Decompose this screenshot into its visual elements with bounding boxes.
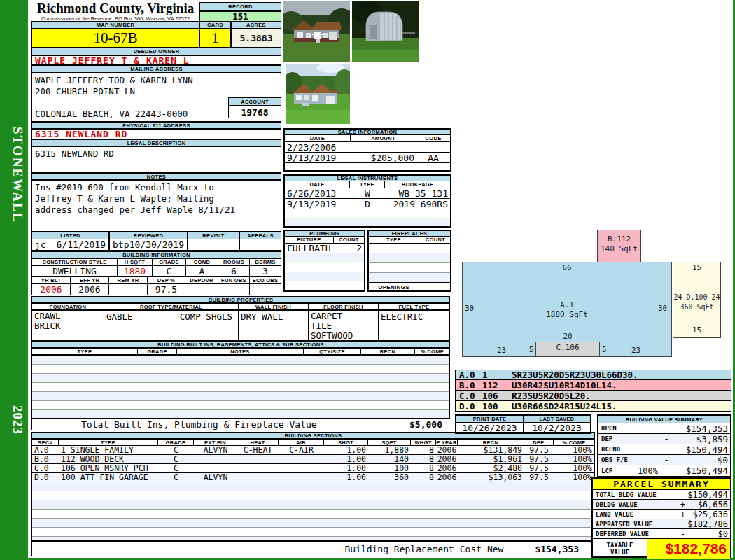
built-ins-col-qty: QTY/SIZE	[304, 349, 361, 355]
sketch-dim-right: 30	[658, 304, 667, 313]
bs-col-air: AIR	[279, 440, 324, 446]
property-photo-house-front[interactable]	[283, 1, 350, 62]
floor-finish-label: FLOOR FINISH	[309, 304, 379, 310]
remyr-value	[109, 284, 148, 295]
map-number: 10-67B	[31, 29, 200, 48]
effyr-label: EFF YR	[71, 277, 109, 284]
revisit-value	[188, 239, 239, 251]
bs-col-grade: GRADE	[158, 440, 194, 446]
legal-instruments-title: LEGAL INSTRUMENTS	[284, 174, 451, 181]
table-row: 9/13/2019 D 2019 690RS	[284, 199, 451, 209]
ecoobs-value	[250, 284, 281, 295]
sketch-b-label: B.112	[597, 234, 641, 244]
record-number: 151	[200, 11, 281, 22]
reviewed-by: btp	[113, 239, 129, 250]
built-ins-empty-rows	[31, 355, 450, 419]
sketch-dim-b5: 23	[631, 346, 640, 355]
taxable-value-amount: $182,786	[648, 539, 730, 559]
built-ins-col-rpcn: RPCN	[361, 349, 415, 355]
card-number: 1	[200, 29, 231, 48]
physical-address-value: 6315 NEWLAND RD	[31, 129, 281, 139]
fireplaces-col-count: COUNT	[419, 237, 451, 244]
acres-label: ACRES	[231, 21, 281, 29]
account-label: ACCOUNT	[228, 97, 281, 106]
bs-col-eyear: E YEAR	[436, 440, 458, 446]
quonset-shed-photo-image	[352, 1, 419, 62]
instr-col-date: DATE	[285, 181, 350, 188]
built-ins-col-type: TYPE	[32, 349, 138, 355]
table-row: D.0100 ATT FIN GARAGECALVYN1.0036082006$…	[31, 473, 595, 482]
roof-value: GABLE COMP SHGLS	[104, 311, 239, 342]
building-information-title: BUILDING INFORMATION	[31, 251, 281, 258]
vector-code-row: D.0100U30R66SD24R15U24L15.	[455, 401, 732, 412]
effyr-value: 2006	[71, 284, 109, 295]
sketch-a-sqft: 1880 SqFt	[462, 310, 672, 319]
built-ins-col-comp: % COMP	[415, 349, 449, 355]
dep-label: DEP %	[148, 277, 186, 284]
bs-col-shgt: SHGT	[324, 440, 368, 446]
sketch-d-dim-bottom: 15	[673, 326, 721, 335]
openings-label: OPENINGS	[369, 284, 419, 290]
bs-col-whgt: WHGT	[411, 440, 436, 446]
table-row: 6/26/2013 W WB 35 131	[284, 188, 451, 199]
depovr-value	[186, 284, 218, 295]
table-row: 9/13/2019 $205,000 AA	[284, 153, 451, 163]
last-saved-label: LAST SAVED	[524, 416, 590, 422]
built-ins-col-notes: NOTES	[177, 349, 304, 355]
cond-value: A	[186, 266, 218, 276]
print-date-value: 10/26/2023	[456, 423, 524, 433]
built-ins-title: BUILDING BUILT INS, BASEMENTS, ATTICS & …	[31, 341, 450, 348]
building-sections-empty-rows	[31, 482, 595, 541]
fireplaces-title: FIREPLACES	[368, 230, 451, 237]
remyr-label: REM YR	[109, 277, 148, 284]
acres-value: 5.3883	[231, 29, 281, 48]
property-photo-quonset-shed[interactable]	[352, 1, 419, 62]
sales-information-title: SALES INFORMATION	[284, 128, 451, 135]
built-ins-total-row: Total Built Ins, Plumbing & Fireplace Va…	[31, 419, 451, 430]
table-row: A.01 SINGLE FAMILYCALVYNC-HEATC-AIR1.001…	[31, 446, 595, 455]
fireplaces-empty-rows	[368, 244, 451, 282]
foundation-value: CRAWL BRICK	[32, 311, 104, 342]
instr-col-bookpage: BOOKPAGE	[385, 181, 450, 188]
property-photo-house-side[interactable]	[286, 64, 350, 124]
bs-col-heat: HEAT	[237, 440, 279, 446]
yrblt-label: YR BLT	[32, 277, 71, 284]
building-value-summary-title: BUILDING VALUE SUMMARY	[598, 416, 730, 424]
sidebar: STONEWALL 2023	[0, 0, 28, 560]
bs-col-type: TYPE	[59, 440, 158, 446]
value-summary-row: RPCN $154,353	[598, 424, 730, 434]
replacement-cost-value: $154,353	[535, 544, 579, 554]
sketch-d-dim-top: 15	[673, 263, 721, 272]
table-row: 2/23/2006	[284, 142, 451, 153]
building-properties-title: BUILDING PROPERTIES	[31, 296, 450, 303]
value-summary-row: OBS F/E - $0	[598, 455, 730, 465]
parcel-summary-row: APPRAISED VALUE $182,786	[593, 519, 730, 529]
sketch-d-label: 24 D.100 24	[671, 293, 722, 301]
listed-value: jc6/11/2019	[31, 239, 109, 251]
parcel-summary-row: TOTAL BLDG VALUE $150,494	[593, 490, 730, 500]
roof-type-value: GABLE	[106, 312, 133, 322]
table-row: B.0112 WOOD DECKC1.0014082006$1,96197.51…	[31, 455, 595, 464]
sketch-vector-codes: A.01SR23U5R20D5R23U30L66D30. B.0112U30R4…	[455, 370, 732, 412]
built-ins-total-value: $5,000	[410, 419, 442, 430]
depovr-label: DEPOVR	[186, 277, 218, 284]
bs-col-dep: DEP	[524, 440, 554, 446]
mailing-address-label: MAILING ADDRESS	[31, 65, 281, 73]
sketch-dim-b3: 20	[536, 332, 600, 341]
last-saved-value: 10/2/2023	[524, 423, 590, 433]
bs-col-rpcn: RPCN	[458, 440, 524, 446]
hsqft-value: 1880	[118, 266, 153, 276]
legal-description-value: 6315 NEWLAND RD	[32, 147, 281, 160]
grade-value: C	[153, 266, 186, 276]
rooms-label: ROOMS	[218, 259, 250, 265]
district-label: STONEWALL	[4, 105, 25, 245]
ecoobs-label: ECO OBS	[250, 277, 281, 284]
openings-value	[419, 284, 451, 290]
floor-finish-value: CARPET TILE SOFTWOOD	[309, 311, 379, 342]
value-summary-row: DEP - $3,859	[598, 434, 730, 444]
built-ins-col-grade: GRADE	[138, 349, 177, 355]
foundation-label: FOUNDATION	[32, 304, 104, 310]
account-number: 19768	[228, 106, 281, 118]
deeded-owner-value: WAPLE JEFFREY T & KAREN L	[31, 55, 281, 65]
plumbing-title: PLUMBING	[284, 230, 365, 237]
